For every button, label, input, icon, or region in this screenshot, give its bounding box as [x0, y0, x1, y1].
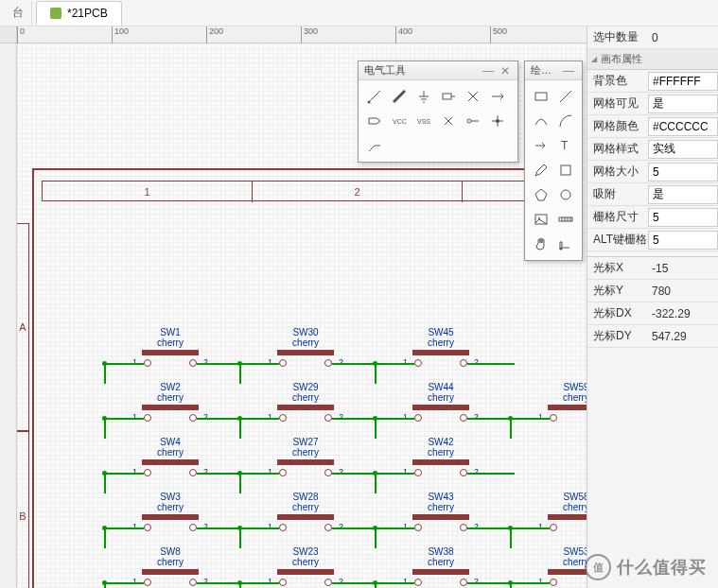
poly-tool-icon[interactable]	[529, 182, 553, 207]
drawing-tools-panel[interactable]: 绘… — T	[524, 61, 583, 261]
component-value: cherry	[394, 557, 488, 567]
wire-tool-icon[interactable]	[362, 84, 387, 109]
switch-component[interactable]: SW58cherry12	[529, 492, 587, 539]
line-tool-icon[interactable]	[553, 84, 578, 109]
image-tool-icon[interactable]	[529, 207, 553, 232]
svg-text:VCC: VCC	[393, 118, 407, 125]
cross-tool-icon[interactable]	[436, 109, 461, 133]
switch-component[interactable]: SW44cherry12	[394, 382, 488, 429]
property-input[interactable]	[648, 208, 718, 227]
arcpath-tool-icon[interactable]	[529, 109, 553, 133]
switch-component[interactable]: SW45cherry12	[394, 327, 488, 374]
busentry-tool-icon[interactable]	[362, 133, 387, 158]
component-designator: SW42	[394, 437, 488, 447]
bus-tool-icon[interactable]	[387, 84, 412, 109]
switch-component[interactable]: SW3cherry12	[123, 492, 218, 539]
pin-number: 1	[132, 522, 137, 531]
text-tool-icon[interactable]: T	[553, 133, 578, 158]
switch-component[interactable]: SW23cherry12	[258, 546, 353, 588]
pin-number: 1	[538, 577, 543, 586]
electrical-tools-panel[interactable]: 电气工具 — ✕ VCCVSS	[358, 61, 518, 163]
minimize-icon[interactable]: —	[561, 64, 576, 78]
pad-2	[189, 524, 197, 531]
rect-tool-icon[interactable]	[529, 84, 553, 109]
panel-header[interactable]: 电气工具 — ✕	[359, 61, 517, 80]
net-wire	[375, 363, 377, 384]
property-input[interactable]	[648, 72, 718, 91]
property-input[interactable]	[648, 163, 718, 182]
ruler-tool-icon[interactable]	[553, 207, 578, 232]
vss-tool-icon[interactable]: VSS	[412, 109, 436, 133]
pad-2	[324, 524, 332, 531]
component-designator: SW44	[394, 382, 488, 392]
property-input[interactable]	[648, 95, 718, 113]
tab-active[interactable]: *21PCB	[36, 1, 122, 26]
selected-count: 0	[648, 31, 718, 44]
ruler-corner	[0, 26, 17, 43]
panel-header[interactable]: 绘… —	[525, 61, 582, 80]
property-input[interactable]	[648, 117, 718, 136]
frame-column-label: 1	[43, 182, 253, 202]
probe-tool-icon[interactable]	[485, 84, 510, 109]
property-label: 网格颜色	[587, 118, 648, 134]
switch-component[interactable]: SW8cherry12	[123, 546, 218, 588]
noconnect-tool-icon[interactable]	[461, 84, 485, 109]
net-wire	[510, 418, 550, 420]
arc-tool-icon[interactable]	[553, 109, 578, 133]
tab-overflow[interactable]: 台	[4, 1, 32, 26]
component-body	[548, 405, 587, 410]
net-wire	[375, 527, 414, 529]
property-input[interactable]	[648, 185, 718, 204]
pin-number: 1	[538, 412, 543, 422]
net-wire	[375, 473, 377, 493]
square-tool-icon[interactable]	[553, 158, 578, 182]
pin-number: 1	[132, 577, 137, 586]
switch-component[interactable]: SW30cherry12	[258, 327, 353, 374]
net-wire	[239, 582, 279, 584]
pin-tool-icon[interactable]	[461, 109, 485, 133]
net-wire	[104, 527, 144, 529]
gnd-tool-icon[interactable]	[412, 84, 436, 109]
switch-component[interactable]: SW4cherry12	[123, 437, 218, 484]
canvas-area[interactable]: 0100200300400500 12 AB SW1cherry12SW30ch…	[0, 26, 587, 588]
pad-1	[279, 359, 287, 367]
cursor-value: -322.29	[648, 307, 718, 320]
property-input[interactable]	[648, 140, 718, 159]
section-canvas-props[interactable]: 画布属性	[587, 49, 718, 70]
pencil-tool-icon[interactable]	[529, 158, 553, 182]
pad-2	[189, 359, 197, 367]
netlabel-tool-icon[interactable]	[436, 84, 461, 109]
selection-count-row: 选中数量 0	[587, 26, 718, 49]
switch-component[interactable]: SW38cherry12	[394, 546, 488, 588]
selected-label: 选中数量	[587, 29, 648, 45]
switch-component[interactable]: SW43cherry12	[394, 492, 488, 539]
net-wire	[510, 418, 512, 439]
net-wire	[104, 418, 106, 439]
switch-component[interactable]: SW28cherry12	[258, 492, 353, 539]
arrow-tool-icon[interactable]	[529, 133, 553, 158]
minimize-icon[interactable]: —	[481, 64, 496, 78]
junction-tool-icon[interactable]	[485, 109, 510, 133]
vcc-tool-icon[interactable]: VCC	[387, 109, 412, 133]
net-wire	[510, 582, 550, 584]
port-tool-icon[interactable]	[362, 109, 387, 133]
switch-component[interactable]: SW59cherry12	[529, 382, 587, 429]
switch-component[interactable]: SW27cherry12	[258, 437, 353, 484]
switch-component[interactable]: SW2cherry12	[123, 382, 218, 429]
switch-component[interactable]: SW42cherry12	[394, 437, 488, 484]
switch-component[interactable]: SW53cherry12	[529, 546, 587, 588]
property-input[interactable]	[648, 231, 718, 250]
close-icon[interactable]: ✕	[499, 64, 512, 78]
pin-number: 2	[474, 577, 479, 586]
switch-component[interactable]: SW1cherry12	[123, 327, 218, 374]
component-designator: SW27	[258, 437, 353, 447]
circle-tool-icon[interactable]	[553, 182, 578, 207]
net-wire	[375, 363, 414, 365]
origin-tool-icon[interactable]	[553, 232, 578, 256]
component-body	[412, 459, 469, 465]
hand-tool-icon[interactable]	[529, 232, 553, 256]
pin-number: 1	[403, 412, 408, 422]
net-wire	[239, 473, 279, 475]
switch-component[interactable]: SW29cherry12	[258, 382, 353, 429]
net-junction	[508, 416, 513, 421]
